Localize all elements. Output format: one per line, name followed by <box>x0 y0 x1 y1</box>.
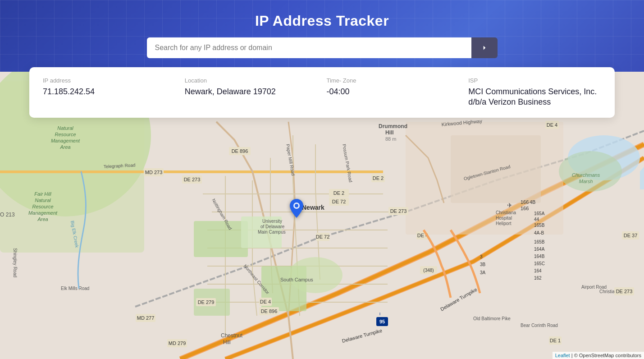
svg-text:DE 273: DE 273 <box>184 177 201 182</box>
svg-text:MD 277: MD 277 <box>137 315 155 321</box>
map-pin <box>290 199 303 220</box>
svg-text:4A-B: 4A-B <box>534 230 544 235</box>
svg-text:3A: 3A <box>480 270 486 275</box>
arrow-right-icon <box>480 44 489 52</box>
svg-text:Newark: Newark <box>302 204 324 211</box>
svg-point-11 <box>559 151 622 192</box>
svg-text:I: I <box>379 312 381 316</box>
svg-text:164B: 164B <box>534 254 545 259</box>
svg-text:Resource: Resource <box>32 204 53 209</box>
svg-text:DE 4: DE 4 <box>260 299 271 304</box>
svg-point-5 <box>288 257 343 293</box>
svg-text:Christiana: Christiana <box>496 210 516 215</box>
svg-text:165C: 165C <box>534 261 545 266</box>
svg-text:DE 279: DE 279 <box>198 299 215 305</box>
svg-text:DE 896: DE 896 <box>232 148 248 154</box>
ip-label: IP address <box>43 77 176 84</box>
search-button[interactable] <box>471 37 498 58</box>
svg-text:3: 3 <box>480 254 483 259</box>
header: IP Address Tracker <box>0 0 644 72</box>
location-label: Location <box>185 77 318 84</box>
location-value: Newark, Delaware 19702 <box>185 87 318 97</box>
svg-text:Area: Area <box>59 144 70 150</box>
isp-column: ISP MCI Communications Services, Inc. d/… <box>468 77 601 108</box>
svg-text:165B: 165B <box>534 239 545 244</box>
svg-text:DE 4: DE 4 <box>547 122 557 128</box>
search-input[interactable] <box>147 37 471 58</box>
timezone-column: Time- Zone -04:00 <box>327 77 460 108</box>
svg-rect-3 <box>194 221 248 257</box>
ip-value: 71.185.242.54 <box>43 87 176 97</box>
svg-text:Hill: Hill <box>223 339 231 345</box>
svg-text:3B: 3B <box>480 262 486 267</box>
svg-text:95: 95 <box>379 319 385 324</box>
timezone-label: Time- Zone <box>327 77 460 84</box>
svg-text:44: 44 <box>534 217 539 222</box>
page: DE 896 MD 273 DE 273 DE 2 DE 273 DE 72 D… <box>0 0 644 359</box>
svg-text:Chestnut: Chestnut <box>221 332 243 339</box>
isp-value: MCI Communications Services, Inc. d/b/a … <box>468 87 601 108</box>
timezone-value: -04:00 <box>327 87 460 97</box>
svg-text:Heliport: Heliport <box>496 221 512 226</box>
svg-text:of Delaware: of Delaware <box>260 224 285 229</box>
svg-text:Churchmans: Churchmans <box>572 172 600 178</box>
svg-text:(348): (348) <box>423 268 434 273</box>
svg-text:DE 273: DE 273 <box>390 208 407 214</box>
svg-text:DE 72: DE 72 <box>316 234 330 239</box>
svg-text:Natural: Natural <box>57 125 73 131</box>
svg-text:DE 896: DE 896 <box>261 308 278 314</box>
map-attribution: Leaflet | © OpenStreetMap contributors <box>553 352 644 359</box>
svg-text:Shingley Road: Shingley Road <box>13 248 18 277</box>
svg-text:DE 37: DE 37 <box>624 233 638 238</box>
svg-text:Bear Corinth Road: Bear Corinth Road <box>521 323 558 328</box>
svg-text:University: University <box>262 219 282 224</box>
svg-text:DE 2: DE 2 <box>333 190 344 196</box>
svg-text:Natural: Natural <box>35 198 51 203</box>
location-column: Location Newark, Delaware 19702 <box>185 77 318 108</box>
svg-text:Hill: Hill <box>385 129 394 136</box>
app-title: IP Address Tracker <box>9 13 635 29</box>
svg-text:Fair Hill: Fair Hill <box>34 191 51 197</box>
svg-text:165A: 165A <box>534 211 545 216</box>
svg-text:MD 279: MD 279 <box>169 341 186 346</box>
isp-label: ISP <box>468 77 601 84</box>
svg-text:Drummond: Drummond <box>379 123 407 129</box>
svg-text:Resource: Resource <box>55 132 76 137</box>
svg-text:South Campus: South Campus <box>280 277 313 282</box>
svg-text:MD 273: MD 273 <box>145 170 163 175</box>
svg-text:Management: Management <box>51 138 80 143</box>
top-section: IP Address Tracker IP address 71.185.242… <box>0 0 644 122</box>
svg-text:164: 164 <box>534 268 542 273</box>
svg-text:DE 1: DE 1 <box>550 338 561 343</box>
info-panel: IP address 71.185.242.54 Location Newark… <box>29 67 615 118</box>
svg-text:DE 273: DE 273 <box>616 289 633 294</box>
svg-text:Management: Management <box>28 210 58 216</box>
svg-point-112 <box>295 204 298 207</box>
svg-text:4B: 4B <box>530 199 535 205</box>
svg-text:O 213: O 213 <box>0 212 15 218</box>
svg-text:Main Campus: Main Campus <box>258 230 286 235</box>
svg-text:162: 162 <box>534 276 542 281</box>
svg-text:DE 2: DE 2 <box>373 175 384 181</box>
svg-text:Elk Mills Road: Elk Mills Road <box>61 286 89 291</box>
svg-text:Hospital: Hospital <box>496 216 512 221</box>
svg-text:88 m: 88 m <box>385 136 396 142</box>
ip-column: IP address 71.185.242.54 <box>43 77 176 108</box>
search-row <box>9 37 635 58</box>
svg-text:Area: Area <box>37 216 48 222</box>
svg-text:DE 72: DE 72 <box>332 199 346 204</box>
leaflet-link[interactable]: Leaflet <box>555 353 570 358</box>
svg-text:Marsh: Marsh <box>579 179 593 184</box>
svg-text:166: 166 <box>521 199 529 205</box>
svg-text:165B: 165B <box>534 223 545 228</box>
svg-text:166: 166 <box>521 206 529 211</box>
svg-text:Old Baltimore Pike: Old Baltimore Pike <box>473 316 511 321</box>
svg-text:164A: 164A <box>534 247 545 252</box>
svg-text:✈: ✈ <box>507 202 512 209</box>
